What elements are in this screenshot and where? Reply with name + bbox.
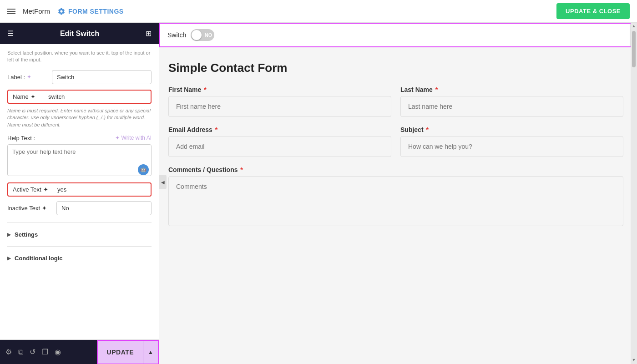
form-row-2: Email Address * Subject * bbox=[168, 126, 623, 157]
write-with-ai-button[interactable]: ✦ Write with AI bbox=[115, 135, 152, 141]
settings-arrow-icon: ▶ bbox=[7, 232, 11, 237]
subject-label: Subject * bbox=[400, 126, 623, 133]
conditional-logic-label: Conditional logic bbox=[15, 255, 62, 262]
help-text-label: Help Text : bbox=[7, 135, 35, 142]
sidebar-body: Select label position. where you want to… bbox=[0, 44, 159, 339]
sidebar-title: Edit Switch bbox=[60, 30, 99, 38]
first-name-input[interactable] bbox=[168, 96, 391, 117]
settings-header[interactable]: ▶ Settings bbox=[7, 228, 152, 242]
subject-required: * bbox=[426, 126, 428, 133]
header-left: MetForm FORM SETTINGS bbox=[7, 7, 124, 15]
subject-input[interactable] bbox=[400, 136, 623, 157]
last-name-label: Last Name * bbox=[400, 86, 623, 93]
gear-icon bbox=[57, 7, 66, 15]
brand-name: MetForm bbox=[23, 7, 50, 15]
layers-footer-icon[interactable]: ⧉ bbox=[18, 348, 23, 356]
switch-preview-bar: Switch NO ▲ ▼ bbox=[159, 23, 637, 47]
email-label: Email Address * bbox=[168, 126, 391, 133]
active-text-label: Active Text ✦ bbox=[13, 186, 54, 193]
active-text-wrapper: Active Text ✦ bbox=[7, 182, 152, 197]
sidebar-footer: ⚙ ⧉ ↺ ❐ ◉ UPDATE ▲ bbox=[0, 339, 159, 364]
last-name-required: * bbox=[435, 86, 438, 93]
grid-icon[interactable]: ⊞ bbox=[146, 29, 152, 38]
first-name-required: * bbox=[204, 86, 206, 93]
right-scrollbar: ▲ ▼ bbox=[631, 23, 637, 364]
history-footer-icon[interactable]: ↺ bbox=[30, 348, 35, 356]
sidebar-header: ☰ Edit Switch ⊞ bbox=[0, 23, 159, 44]
main-layout: ☰ Edit Switch ⊞ Select label position. w… bbox=[0, 23, 637, 364]
first-name-label: First Name * bbox=[168, 86, 391, 93]
divider-2 bbox=[7, 246, 152, 247]
form-settings-label: FORM SETTINGS bbox=[68, 8, 124, 15]
edge-collapse-button[interactable]: ◀ bbox=[159, 175, 167, 189]
settings-section: ▶ Settings bbox=[7, 228, 152, 242]
settings-label: Settings bbox=[15, 231, 38, 238]
form-title: Simple Contact Form bbox=[168, 61, 623, 75]
update-close-button[interactable]: UPDATE & CLOSE bbox=[556, 3, 630, 19]
right-content: Switch NO ▲ ▼ Simple Contact Form First bbox=[159, 23, 637, 364]
inactive-text-input[interactable] bbox=[56, 201, 152, 215]
email-required: * bbox=[215, 126, 217, 133]
form-content: Simple Contact Form First Name * Last Na… bbox=[159, 47, 637, 240]
toggle-state-label: NO bbox=[205, 32, 212, 38]
conditional-logic-header[interactable]: ▶ Conditional logic bbox=[7, 251, 152, 265]
menu-icon[interactable] bbox=[7, 9, 15, 14]
conditional-logic-section: ▶ Conditional logic bbox=[7, 251, 152, 265]
subject-field-group: Subject * bbox=[400, 126, 623, 157]
toggle-track[interactable]: NO bbox=[191, 29, 214, 41]
label-position-hint: Select label position. where you want to… bbox=[7, 50, 152, 64]
active-sparkle-icon: ✦ bbox=[43, 186, 48, 193]
conditional-logic-arrow-icon: ▶ bbox=[7, 256, 11, 261]
eye-footer-icon[interactable]: ◉ bbox=[55, 348, 61, 356]
label-field-row: Label : ✦ bbox=[7, 70, 152, 84]
scrollbar-down-icon[interactable]: ▼ bbox=[632, 358, 636, 362]
inactive-sparkle-icon: ✦ bbox=[42, 205, 47, 212]
comments-required: * bbox=[240, 166, 243, 173]
update-btn-wrapper: UPDATE ▲ bbox=[97, 340, 159, 364]
inactive-text-row: Inactive Text ✦ bbox=[7, 201, 152, 215]
help-text-section: Help Text : ✦ Write with AI 🤖 bbox=[7, 135, 152, 178]
last-name-input[interactable] bbox=[400, 96, 623, 117]
name-sparkle-icon: ✦ bbox=[30, 93, 35, 100]
help-textarea-wrapper: 🤖 bbox=[7, 144, 152, 178]
name-field-wrapper: Name ✦ bbox=[7, 90, 152, 104]
hamburger-icon[interactable]: ☰ bbox=[7, 29, 14, 38]
form-row-1: First Name * Last Name * bbox=[168, 86, 623, 117]
update-chevron-button[interactable]: ▲ bbox=[143, 341, 158, 364]
comments-field-group: Comments / Questions * bbox=[168, 166, 623, 226]
update-button[interactable]: UPDATE bbox=[98, 341, 143, 364]
left-sidebar: ☰ Edit Switch ⊞ Select label position. w… bbox=[0, 23, 159, 364]
gear-footer-icon[interactable]: ⚙ bbox=[5, 348, 12, 356]
switch-preview-label: Switch bbox=[167, 31, 186, 39]
toggle-switch[interactable]: NO bbox=[191, 29, 214, 41]
first-name-field-group: First Name * bbox=[168, 86, 391, 117]
footer-icons: ⚙ ⧉ ↺ ❐ ◉ bbox=[0, 348, 97, 356]
scrollbar-up-icon[interactable]: ▲ bbox=[632, 24, 636, 28]
name-input[interactable] bbox=[48, 93, 146, 100]
email-field-group: Email Address * bbox=[168, 126, 391, 157]
top-header: MetForm FORM SETTINGS UPDATE & CLOSE bbox=[0, 0, 637, 23]
scrollbar-thumb[interactable] bbox=[632, 31, 636, 67]
last-name-field-group: Last Name * bbox=[400, 86, 623, 117]
ai-bot-icon: 🤖 bbox=[138, 164, 149, 175]
label-sparkle-icon: ✦ bbox=[27, 74, 31, 80]
email-input[interactable] bbox=[168, 136, 391, 157]
name-field-label: Name ✦ bbox=[13, 93, 45, 100]
divider-1 bbox=[7, 222, 152, 223]
name-hint: Name is must required. Enter name withou… bbox=[7, 107, 152, 128]
comments-textarea[interactable] bbox=[168, 176, 623, 226]
inactive-text-label: Inactive Text ✦ bbox=[7, 205, 53, 212]
toggle-thumb bbox=[192, 30, 202, 40]
help-text-label-row: Help Text : ✦ Write with AI bbox=[7, 135, 152, 142]
comments-label: Comments / Questions * bbox=[168, 166, 623, 173]
active-text-input[interactable] bbox=[57, 186, 146, 193]
label-field-label: Label : ✦ bbox=[7, 74, 48, 81]
help-textarea[interactable] bbox=[7, 144, 152, 176]
copy-footer-icon[interactable]: ❐ bbox=[42, 348, 48, 356]
form-settings-link[interactable]: FORM SETTINGS bbox=[57, 7, 124, 15]
label-input[interactable] bbox=[52, 70, 152, 84]
